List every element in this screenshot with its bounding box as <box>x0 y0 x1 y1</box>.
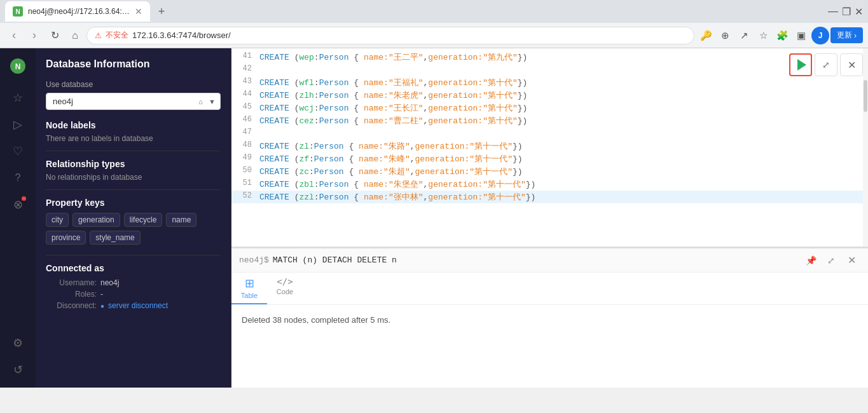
url-bar[interactable]: ⚠ 不安全 172.16.3.64:7474/browser/ <box>86 27 694 44</box>
line-content-46: CREATE (cez:Person { name:"曹二柱",generati… <box>259 115 868 126</box>
line-content-45: CREATE (wcj:Person { name:"王长江",generati… <box>259 102 868 114</box>
active-tab[interactable]: N neo4j@neo4j://172.16.3.64:76 ✕ <box>5 1 150 22</box>
tab-table[interactable]: ⊞ Table <box>231 273 267 304</box>
node-labels-empty: There are no labels in database <box>46 134 221 143</box>
close-result-button[interactable]: ✕ <box>843 252 860 269</box>
line-num-47: 47 <box>231 128 259 139</box>
forward-button[interactable]: › <box>25 27 43 44</box>
tag-name[interactable]: name <box>166 213 196 227</box>
code-scrollbar[interactable] <box>863 48 868 247</box>
window-controls: — ❐ ✕ <box>828 6 863 18</box>
pin-result-button[interactable]: 📌 <box>802 252 820 269</box>
extensions-icon[interactable]: 🧩 <box>773 27 791 44</box>
tab-close-icon[interactable]: ✕ <box>135 6 142 17</box>
username-label: Username: <box>46 278 97 287</box>
reload-button[interactable]: ↻ <box>46 27 64 44</box>
share-icon[interactable]: ↗ <box>735 27 753 44</box>
avatar-button[interactable]: J <box>811 27 829 44</box>
db-select-wrap: neo4j ▼ ⌂ <box>46 93 221 110</box>
sidebar: N ☆ ▷ ♡ ? ⊗ ⚙ ↺ <box>0 48 36 388</box>
result-body: Deleted 38 nodes, completed after 5 ms. <box>231 305 868 388</box>
tag-generation[interactable]: generation <box>72 213 120 227</box>
minimize-icon[interactable]: — <box>828 6 838 17</box>
username-row: Username: neo4j <box>46 278 221 287</box>
line-num-51: 51 <box>231 179 259 190</box>
result-command: neo4j$ MATCH (n) DETACH DELETE n <box>239 255 397 265</box>
tab-bar: N neo4j@neo4j://172.16.3.64:76 ✕ + — ❐ ✕ <box>0 0 868 23</box>
disconnect-dot-icon: ● <box>100 302 104 309</box>
new-tab-button[interactable]: + <box>153 3 170 20</box>
line-content-42 <box>259 64 868 76</box>
sidebar-icon-heart[interactable]: ♡ <box>5 139 31 164</box>
bookmark-icon[interactable]: ☆ <box>754 27 772 44</box>
code-line-47: 47 <box>231 127 868 140</box>
sidebar-icon-play[interactable]: ▷ <box>5 112 31 137</box>
line-content-41: CREATE (wep:Person { name:"王二平",generati… <box>259 51 868 63</box>
code-editor: 41 CREATE (wep:Person { name:"王二平",gener… <box>231 48 868 248</box>
use-database-label: Use database <box>46 80 221 89</box>
code-line-41: 41 CREATE (wep:Person { name:"王二平",gener… <box>231 51 868 64</box>
roles-label: Roles: <box>46 290 97 299</box>
back-button[interactable]: ‹ <box>5 27 23 44</box>
line-num-42: 42 <box>231 64 259 76</box>
run-icon <box>797 59 806 71</box>
url-text: 172.16.3.64:7474/browser/ <box>132 30 231 40</box>
tag-style-name[interactable]: style_name <box>90 231 140 245</box>
editor-toolbar: ⤢ ✕ <box>789 53 863 76</box>
home-button[interactable]: ⌂ <box>66 27 84 44</box>
line-content-52: CREATE (zzl:Person { name:"张中林",generati… <box>259 191 868 203</box>
result-header: neo4j$ MATCH (n) DETACH DELETE n 📌 ⤢ ✕ <box>231 248 868 273</box>
restore-icon[interactable]: ❐ <box>842 6 851 18</box>
close-icon[interactable]: ✕ <box>855 6 863 18</box>
roles-value: - <box>100 290 103 299</box>
tab-code-icon: </> <box>277 276 293 287</box>
expand-button[interactable]: ⤢ <box>815 53 837 76</box>
address-bar: ‹ › ↻ ⌂ ⚠ 不安全 172.16.3.64:7474/browser/ … <box>0 23 868 48</box>
db-info-panel: Database Information Use database neo4j … <box>36 48 231 388</box>
expand-result-button[interactable]: ⤢ <box>822 252 840 269</box>
sidebar-icon-alert[interactable]: ⊗ <box>5 192 31 217</box>
line-num-48: 48 <box>231 140 259 152</box>
code-line-45: 45 CREATE (wcj:Person { name:"王长江",gener… <box>231 102 868 114</box>
tab-code[interactable]: </> Code <box>267 273 303 304</box>
code-line-49: 49 CREATE (zf:Person { name:"朱峰",generat… <box>231 152 868 165</box>
browser-chrome: N neo4j@neo4j://172.16.3.64:76 ✕ + — ❐ ✕… <box>0 0 868 48</box>
toolbar-icons: 🔑 ⊕ ↗ ☆ 🧩 ▣ J 更新 › <box>697 27 863 44</box>
line-num-52: 52 <box>231 191 259 203</box>
username-value: neo4j <box>100 278 119 287</box>
disconnect-link[interactable]: server disconnect <box>108 301 168 310</box>
relationship-types-empty: No relationships in database <box>46 173 221 182</box>
sidebar-toggle-icon[interactable]: ▣ <box>792 27 810 44</box>
sidebar-icon-neo4j[interactable]: N <box>5 53 31 79</box>
sidebar-icon-help[interactable]: ? <box>5 165 31 191</box>
divider-1 <box>46 151 221 151</box>
update-button[interactable]: 更新 › <box>830 27 863 43</box>
security-warning-icon: ⚠ <box>95 31 102 40</box>
line-content-49: CREATE (zf:Person { name:"朱峰",generation… <box>259 153 868 165</box>
sidebar-icon-settings[interactable]: ⚙ <box>5 330 31 356</box>
code-content[interactable]: 41 CREATE (wep:Person { name:"王二平",gener… <box>231 48 868 247</box>
line-num-50: 50 <box>231 166 259 177</box>
line-content-44: CREATE (zlh:Person { name:"朱老虎",generati… <box>259 90 868 101</box>
translate-icon[interactable]: ⊕ <box>716 27 734 44</box>
code-line-42: 42 <box>231 64 868 76</box>
tab-favicon: N <box>13 6 23 17</box>
code-line-52: 52 CREATE (zzl:Person { name:"张中林",gener… <box>231 191 868 203</box>
result-cmd-text: MATCH (n) DETACH DELETE n <box>273 255 397 265</box>
tab-code-label: Code <box>277 288 293 295</box>
sidebar-icon-starred[interactable]: ☆ <box>5 85 31 111</box>
sidebar-icon-refresh[interactable]: ↺ <box>5 357 31 383</box>
tag-lifecycle[interactable]: lifecycle <box>124 213 163 227</box>
tag-city[interactable]: city <box>46 213 69 227</box>
code-line-50: 50 CREATE (zc:Person { name:"朱超",generat… <box>231 165 868 178</box>
close-editor-button[interactable]: ✕ <box>840 53 863 76</box>
code-scroll-thumb[interactable] <box>864 80 867 112</box>
run-button[interactable] <box>789 53 812 76</box>
line-num-43: 43 <box>231 77 259 88</box>
tab-title: neo4j@neo4j://172.16.3.64:76 <box>28 7 130 16</box>
result-panel: neo4j$ MATCH (n) DETACH DELETE n 📌 ⤢ ✕ ⊞… <box>231 248 868 388</box>
key-icon[interactable]: 🔑 <box>697 27 715 44</box>
db-select[interactable]: neo4j <box>46 93 221 110</box>
result-action-buttons: 📌 ⤢ ✕ <box>802 252 860 269</box>
tag-province[interactable]: province <box>46 231 86 245</box>
